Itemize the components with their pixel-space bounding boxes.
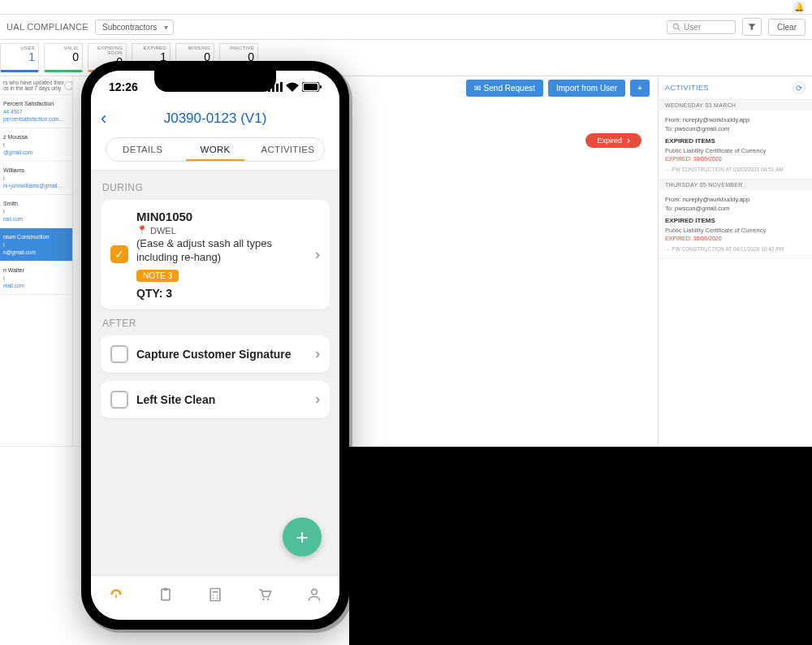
wifi-icon bbox=[286, 82, 299, 92]
svg-point-14 bbox=[217, 595, 218, 596]
contact-item[interactable]: n Waltertmail.com bbox=[0, 262, 72, 295]
after-task-card[interactable]: Left Site Clean › bbox=[101, 381, 330, 418]
svg-rect-11 bbox=[210, 589, 220, 601]
chevron-right-icon: › bbox=[315, 345, 320, 362]
work-item-location: 📍 DWEL bbox=[136, 225, 307, 236]
tab-dashboard-icon[interactable] bbox=[106, 585, 126, 604]
tab-cart-icon[interactable] bbox=[255, 585, 274, 604]
svg-point-18 bbox=[267, 599, 270, 601]
svg-rect-8 bbox=[320, 85, 322, 89]
phone-tabbar bbox=[91, 575, 339, 620]
phone-mockup: 12:26 ‹ J0390-0123 (V1) DETAILS WORK ACT… bbox=[81, 61, 349, 630]
svg-rect-10 bbox=[163, 588, 167, 591]
tab-clipboard-icon[interactable] bbox=[156, 585, 175, 604]
import-user-button[interactable]: Import from User bbox=[548, 80, 625, 97]
chevron-right-icon: › bbox=[315, 391, 320, 408]
checkbox-done-icon[interactable]: ✓ bbox=[110, 245, 128, 263]
add-button[interactable]: + bbox=[630, 80, 650, 97]
page-title: UAL COMPLIANCE bbox=[6, 22, 89, 32]
mail-icon: ✉ bbox=[474, 84, 481, 93]
tab-work[interactable]: WORK bbox=[179, 138, 251, 161]
activities-panel: ACTIVITIES ⟳ WEDNESDAY 03 MARCH From: no… bbox=[658, 76, 812, 446]
header: UAL COMPLIANCE Subcontractors User Clear bbox=[0, 15, 812, 40]
stat-uses[interactable]: USES1 bbox=[0, 43, 39, 72]
activity-date: WEDNESDAY 03 MARCH bbox=[659, 100, 812, 110]
contact-item[interactable]: nium Constructiontn@gmail.com bbox=[0, 228, 72, 262]
fab-add-button[interactable]: + bbox=[283, 517, 322, 556]
svg-point-15 bbox=[213, 597, 214, 599]
battery-icon bbox=[302, 82, 322, 92]
search-input[interactable]: User bbox=[667, 20, 736, 34]
entity-dropdown[interactable]: Subcontractors bbox=[95, 19, 174, 35]
tab-details[interactable]: DETAILS bbox=[106, 138, 179, 161]
phone-nav-header: ‹ J0390-0123 (V1) DETAILS WORK ACTIVITIE… bbox=[91, 103, 339, 171]
topbar: 🔔 bbox=[0, 0, 812, 15]
note-tag[interactable]: NOTE 3 bbox=[136, 270, 179, 282]
svg-rect-9 bbox=[162, 589, 170, 600]
contact-item[interactable]: Percent Satisfaction44 4567percentsatisf… bbox=[0, 95, 72, 128]
contact-item[interactable]: z Moussat@gmail.com bbox=[0, 128, 72, 162]
svg-rect-7 bbox=[304, 84, 317, 90]
filter-button[interactable] bbox=[742, 18, 762, 36]
svg-point-16 bbox=[217, 597, 218, 599]
action-bar: ✉ Send Request Import from User + bbox=[466, 80, 650, 97]
svg-point-0 bbox=[673, 24, 678, 28]
svg-rect-4 bbox=[276, 84, 279, 92]
work-item-description: (Ease & adjust sash all types including … bbox=[136, 237, 307, 265]
phone-notch bbox=[154, 71, 276, 92]
chevron-right-icon: › bbox=[315, 246, 320, 263]
activity-date: THURSDAY 05 NOVEMBER bbox=[659, 180, 812, 190]
phone-time: 12:26 bbox=[109, 80, 138, 93]
svg-point-17 bbox=[262, 599, 265, 601]
recent-toggle[interactable] bbox=[64, 81, 73, 90]
tab-activities[interactable]: ACTIVITIES bbox=[252, 138, 324, 161]
svg-point-19 bbox=[312, 589, 317, 595]
activity-item[interactable]: From: noreply@workbuddy.app To: pwscon@g… bbox=[659, 190, 812, 259]
search-icon bbox=[672, 23, 680, 31]
filter-icon bbox=[748, 23, 756, 31]
back-button[interactable]: ‹ bbox=[101, 108, 120, 129]
segmented-control: DETAILS WORK ACTIVITIES bbox=[106, 137, 325, 162]
tab-calculator-icon[interactable] bbox=[205, 585, 225, 604]
work-item-code: MIN01050 bbox=[136, 210, 307, 223]
contact-item[interactable]: Williamstrk+johnwilliams@gmail... bbox=[0, 162, 72, 195]
tab-profile-icon[interactable] bbox=[304, 585, 324, 604]
work-item-qty: QTY: 3 bbox=[136, 287, 307, 300]
activities-header: ACTIVITIES ⟳ bbox=[659, 76, 812, 100]
work-item-card[interactable]: ✓ MIN01050 📍 DWEL (Ease & adjust sash al… bbox=[101, 200, 330, 310]
background-fill bbox=[349, 447, 812, 645]
sidebar: rs who have updated their ce in the last… bbox=[0, 76, 73, 446]
checkbox-empty-icon[interactable] bbox=[110, 391, 128, 409]
svg-line-1 bbox=[678, 28, 680, 31]
clear-button[interactable]: Clear bbox=[768, 19, 806, 36]
notifications-icon[interactable]: 🔔 bbox=[793, 1, 806, 14]
activity-item[interactable]: From: noreply@workbuddy.app To: pwscon@g… bbox=[659, 110, 812, 180]
refresh-button[interactable]: ⟳ bbox=[793, 81, 806, 94]
sidebar-filter-note: rs who have updated their ce in the last… bbox=[0, 76, 72, 95]
section-during-label: DURING bbox=[102, 182, 328, 193]
contact-item[interactable]: Smithtnail.com bbox=[0, 195, 72, 228]
send-request-button[interactable]: ✉ Send Request bbox=[466, 80, 543, 97]
expired-badge[interactable]: Expired bbox=[585, 133, 641, 148]
job-title: J0390-0123 (V1) bbox=[120, 110, 330, 127]
checkbox-empty-icon[interactable] bbox=[110, 345, 128, 363]
stat-valid[interactable]: VALID0 bbox=[44, 43, 83, 72]
after-task-card[interactable]: Capture Customer Signature › bbox=[101, 335, 330, 373]
section-after-label: AFTER bbox=[102, 318, 328, 329]
svg-rect-5 bbox=[280, 82, 283, 92]
svg-point-13 bbox=[213, 595, 214, 596]
pin-icon: 📍 bbox=[136, 225, 148, 236]
